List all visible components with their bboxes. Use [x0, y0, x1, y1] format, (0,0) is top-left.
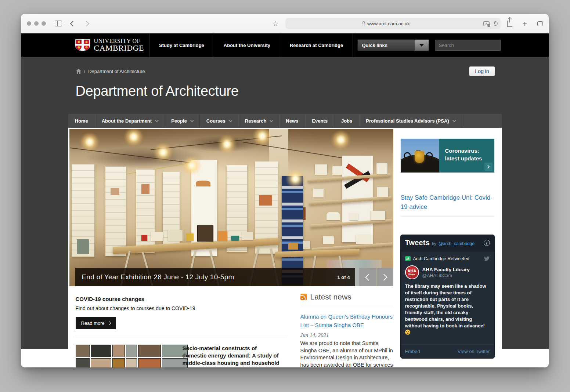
university-nav: Study at Cambridge About the University …	[149, 33, 353, 57]
news-excerpt: We are proud to note that Sumita Singha …	[300, 340, 393, 367]
new-tab-icon[interactable]: +	[523, 20, 527, 28]
coronavirus-banner[interactable]: Coronavirus: latest updates	[401, 139, 494, 173]
twitter-bird-icon	[484, 256, 490, 261]
read-more-label: Read more	[81, 320, 105, 326]
view-on-twitter-link[interactable]: View on Twitter	[458, 349, 490, 354]
chevron-down-icon	[415, 40, 429, 51]
traffic-lights	[27, 21, 46, 26]
embed-link[interactable]: Embed	[405, 349, 420, 354]
favorites-star-icon[interactable]: ☆	[273, 20, 279, 27]
browser-window: ☆ www.arct.cam.ac.uk A +	[21, 14, 549, 367]
article-teaser[interactable]: Socio-material constructs of domestic en…	[76, 345, 288, 367]
hushed-face-emoji	[405, 330, 410, 335]
tweets-title: Tweets	[405, 239, 430, 247]
university-header: UNIVERSITY OF CAMBRIDGE Study at Cambrid…	[21, 33, 549, 57]
tweet-text: The library may seem like a shadow of it…	[405, 283, 490, 336]
nav-people[interactable]: People	[165, 114, 200, 128]
chevron-down-icon	[229, 119, 232, 122]
article-title[interactable]: Socio-material constructs of domestic en…	[183, 345, 281, 367]
department-nav: Home About the Department People Courses…	[68, 114, 502, 128]
nav-courses[interactable]: Courses	[200, 114, 238, 128]
chevron-down-icon	[155, 119, 159, 122]
twitter-widget: Tweets by @arch_cambridge i Arch Cambrid…	[401, 235, 494, 358]
university-wordmark: UNIVERSITY OF CAMBRIDGE	[94, 38, 144, 52]
page-title: Department of Architecture	[76, 83, 502, 99]
hero-carousel: End of Year Exhibition 28 June - 12 July…	[69, 129, 393, 286]
latest-news-heading: Latest news	[310, 293, 351, 301]
nav-news[interactable]: News	[279, 114, 305, 128]
cambridge-crest-icon	[75, 39, 90, 51]
carousel-caption: End of Year Exhibition 28 June - 12 July…	[82, 273, 234, 281]
banner-line1: Coronavirus:	[445, 147, 494, 155]
chevron-right-icon	[484, 163, 493, 171]
divider	[401, 217, 494, 217]
quick-links-label: Quick links	[358, 40, 415, 51]
info-icon[interactable]: i	[484, 240, 490, 246]
header-search	[435, 40, 501, 51]
carousel-next-button[interactable]	[376, 268, 393, 286]
tweet-author-handle[interactable]: @AHALibCam	[422, 273, 470, 279]
banner-line2: latest updates	[445, 155, 494, 162]
nav-events[interactable]: Events	[305, 114, 335, 128]
lock-icon	[362, 23, 365, 25]
carousel-caption-bar: End of Year Exhibition 28 June - 12 July…	[75, 268, 355, 286]
reload-icon[interactable]	[493, 21, 498, 26]
minimize-window-button[interactable]	[34, 21, 39, 26]
university-logo[interactable]: UNIVERSITY OF CAMBRIDGE	[68, 33, 149, 57]
search-input[interactable]	[435, 40, 501, 50]
chevron-right-icon	[380, 274, 387, 280]
rss-icon	[300, 294, 307, 300]
nav-psa[interactable]: Professional Studies Advisors (PSA)	[359, 114, 462, 128]
right-sidebar: Coronavirus: latest updates Stay Safe Ca…	[401, 129, 494, 358]
sidebar-toggle-icon[interactable]	[55, 21, 62, 26]
retweet-icon	[405, 256, 411, 261]
retweet-label: Arch Cambridge Retweeted	[413, 256, 470, 261]
carousel-counter: 1 of 4	[338, 275, 350, 280]
uni-nav-about[interactable]: About the University	[214, 33, 280, 57]
read-more-button[interactable]: Read more	[76, 317, 116, 329]
promo-heading: COVID-19 course changes	[76, 296, 288, 302]
chevron-right-icon	[107, 322, 111, 325]
nav-research[interactable]: Research	[238, 114, 279, 128]
hero-image	[69, 129, 393, 286]
tab-overview-icon[interactable]	[537, 21, 543, 26]
avatar[interactable]: AHA library	[405, 265, 419, 279]
news-article-link[interactable]: Alumna on Queen’s Birthday Honours List …	[300, 312, 393, 329]
nav-about-department[interactable]: About the Department	[95, 114, 165, 128]
divider	[300, 306, 393, 306]
forward-icon[interactable]	[84, 21, 90, 26]
home-icon[interactable]	[76, 68, 82, 74]
nav-home[interactable]: Home	[68, 114, 95, 128]
tweet-author-name[interactable]: AHA Faculty Library	[422, 266, 470, 273]
chevron-down-icon	[452, 119, 456, 122]
banner-gate-image	[401, 139, 439, 173]
url-text: www.arct.cam.ac.uk	[367, 21, 410, 26]
chevron-down-icon	[270, 119, 273, 122]
breadcrumb-current[interactable]: Department of Architecture	[88, 69, 145, 74]
uni-nav-study[interactable]: Study at Cambridge	[149, 33, 214, 57]
address-bar[interactable]: www.arct.cam.ac.uk A	[285, 18, 501, 29]
carousel-prev-button[interactable]	[359, 268, 376, 286]
divider	[76, 337, 288, 337]
browser-toolbar: ☆ www.arct.cam.ac.uk A +	[21, 14, 549, 33]
article-thumbnail	[76, 345, 169, 367]
login-button[interactable]: Log in	[469, 66, 495, 76]
quick-links-dropdown[interactable]: Quick links	[357, 39, 429, 51]
translate-icon[interactable]: A	[483, 21, 490, 26]
breadcrumb-separator: /	[84, 69, 86, 74]
nav-jobs[interactable]: Jobs	[335, 114, 359, 128]
chevron-down-icon	[190, 119, 194, 122]
zoom-window-button[interactable]	[42, 21, 46, 26]
uni-nav-research[interactable]: Research at Cambridge	[280, 33, 353, 57]
promo-body: Find out about changes to courses due to…	[76, 305, 288, 311]
breadcrumb: / Department of Architecture Log in	[68, 66, 502, 77]
back-icon[interactable]	[70, 21, 76, 26]
close-window-button[interactable]	[27, 21, 31, 26]
stay-safe-link[interactable]: Stay Safe Cambridge Uni: Covid-19 advice	[401, 193, 494, 211]
tweets-by-label: by	[432, 242, 436, 246]
chevron-left-icon	[365, 274, 372, 280]
tweets-handle-link[interactable]: @arch_cambridge	[439, 241, 475, 246]
news-date: Jun 14, 2021	[300, 332, 393, 338]
share-icon[interactable]	[507, 21, 512, 27]
